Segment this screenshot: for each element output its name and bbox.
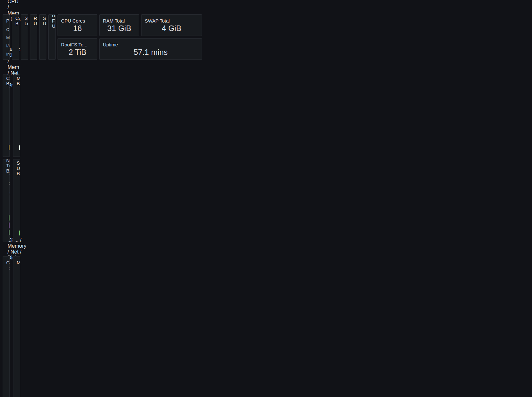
panel-gauge-swap-used: SWAP Usedⓘ 0.0% — [39, 14, 46, 60]
legend-item[interactable]: Rx eno1 — [9, 223, 10, 228]
panel-title: Memory — [17, 260, 20, 265]
panel-gauge-ram-used: RAM Usedⓘ 19.2% — [30, 14, 37, 60]
panel-stat-uptime: Uptime 57.1 mins — [99, 38, 202, 60]
panel-memory-full: Memoryⓘ 0 B8 GiB16 GiB24 GiB32 GiB14:001… — [13, 256, 20, 397]
stat-cell: 0 B — [17, 389, 20, 393]
svg-text:16 GiB: 16 GiB — [20, 314, 20, 318]
stat-cell: 0.0500% — [6, 373, 10, 378]
panel-title: Uptime — [103, 42, 118, 47]
series-color-swatch — [9, 230, 10, 235]
legend-item[interactable]: Rx veth3f2e39d — [9, 230, 10, 235]
column-header[interactable]: Min — [17, 366, 20, 371]
legend-item[interactable]: Total — [19, 145, 20, 150]
svg-text:100%: 100% — [9, 266, 10, 270]
panel-stat-rootfs-total: RootFS To... 2 TiB — [58, 38, 97, 60]
panel-title: Sys Load — [25, 16, 28, 26]
series-color-swatch — [9, 215, 10, 221]
panel-header[interactable]: RootFS To... — [61, 41, 94, 48]
stat-cell: 15.8 MiB — [17, 381, 20, 386]
svg-text:100%: 100% — [9, 85, 10, 89]
panel-network-basic: Network Traffic Basicⓘ 0 b/s10 Mb/s20 Mb… — [3, 159, 10, 241]
panel-stat-swap-total: SWAP Total 4 GiB — [141, 14, 202, 36]
panel-pressure: Pressure ⓘ CPU0.0%Mem0.0%I/O97.7%Irq0.1% — [3, 14, 10, 60]
panel-header[interactable]: Uptime — [103, 41, 198, 48]
stat-cell: 0.113% — [6, 381, 10, 386]
panel-title: RAM Used — [34, 16, 37, 26]
panel-title: Pressure — [6, 18, 10, 24]
svg-text:32 GiB: 32 GiB — [20, 272, 20, 275]
column-header[interactable]: Min — [7, 366, 10, 371]
pressure-label: Irq — [6, 52, 10, 57]
svg-text:100%: 100% — [19, 171, 20, 175]
svg-text:32 GiB: 32 GiB — [20, 86, 20, 90]
panel-header[interactable]: RAM Total — [103, 17, 136, 25]
panel-gauge-cpu-busy: CPU Busyⓘ 41.7% — [12, 14, 19, 60]
panel-header[interactable]: SWAP Total — [145, 17, 198, 25]
legend-item[interactable]: Busy System — [9, 145, 10, 150]
svg-text:24 GiB: 24 GiB — [20, 99, 20, 103]
svg-text:20 Mb/s: 20 Mb/s — [9, 181, 10, 185]
svg-text:28 GiB: 28 GiB — [20, 92, 20, 96]
panel-memory-basic: Memory Basicⓘ 0 B4 GiB8 GiB12 GiB16 GiB2… — [13, 74, 20, 157]
pressure-label: I/O — [6, 43, 10, 48]
panel-disk-basic: Disk Space Used Basicⓘ 0%20%40%60%80%100… — [13, 159, 20, 241]
legend-row: Rx eno1Rx loRx tailscale0Rx veth088f274R… — [6, 222, 9, 229]
panel-title: CPU — [6, 260, 10, 265]
series-color-swatch — [9, 145, 10, 150]
panel-title: RootFS To... — [61, 42, 87, 47]
grafana-dashboard: Quick CPU / Mem / Disk Pressure ⓘ CPU0.0… — [0, 0, 5, 5]
panel-header[interactable]: CPU Cores — [61, 17, 94, 25]
legend-item[interactable]: / — [19, 230, 20, 236]
svg-text:30 Mb/s: 30 Mb/s — [9, 171, 10, 175]
panel-title: CPU Cores — [61, 18, 85, 24]
stats-grid: CPU Cores 16 RAM Total 31 GiB SWAP Total… — [58, 14, 202, 60]
stat-cell: 2.69 GiB — [17, 373, 20, 378]
panel-stat-ram-total: RAM Total 31 GiB — [99, 14, 139, 36]
panel-gauge-sys-load: Sys Loadⓘ 2.4% — [21, 14, 28, 60]
stat-value: 2 TiB — [58, 48, 97, 57]
series-color-swatch — [19, 230, 20, 236]
legend-row: TotalUsedCache + BufferFreeSwap used — [17, 144, 19, 151]
legend-row: Busy SystemBusy UserBusy IowaitBusy IRQs… — [6, 144, 9, 151]
legend-row: Rx veth3f2e39dRx veth4ea8d14Rx veth5d767… — [6, 229, 9, 236]
svg-text:10 Mb/s: 10 Mb/s — [9, 192, 10, 196]
panel-title: Root FS Used — [52, 14, 56, 29]
svg-text:16 GiB: 16 GiB — [20, 111, 20, 115]
pressure-label: Mem — [6, 35, 10, 40]
panel-title: SWAP Used — [43, 16, 46, 26]
stat-value: 57.1 mins — [100, 48, 202, 57]
panel-stat-cpu-cores: CPU Cores 16 — [58, 14, 97, 36]
stat-value: 4 GiB — [141, 24, 202, 33]
pressure-label: CPU — [6, 27, 10, 32]
legend-item[interactable]: Rx br-79819424e904 — [9, 215, 10, 221]
panel-cpu-full: CPUⓘ 0%20%40%60%80%100%14:0016:0018:0020… — [3, 256, 10, 397]
panel-title: CPU Busy — [15, 16, 19, 26]
series-color-swatch — [19, 145, 20, 150]
panel-title: SWAP Total — [145, 18, 170, 24]
stat-value: 31 GiB — [100, 24, 139, 33]
stat-cell: 0% — [6, 389, 10, 393]
legend-row: //home/var/cache/pacman/pkg/var/log/boot… — [17, 229, 19, 237]
legend-row: Rx br-79819424e904Rx br-a4c970474b74Rx b… — [6, 214, 9, 222]
svg-text:20 GiB: 20 GiB — [20, 105, 20, 109]
panel-title: Memory Basic — [17, 76, 20, 86]
panel-cpu-basic: CPU Basicⓘ 0%20%40%60%80%100%14:0016:001… — [3, 74, 10, 157]
pan el-title: RAM Total — [103, 18, 125, 24]
svg-text:12 GiB: 12 GiB — [20, 118, 20, 122]
stat-value: 16 — [58, 24, 97, 33]
series-color-swatch — [9, 223, 10, 228]
svg-text:24 GiB: 24 GiB — [20, 293, 20, 297]
panel-gauge-rootfs-used: Root FS Usedⓘ 42.1% — [48, 14, 56, 60]
